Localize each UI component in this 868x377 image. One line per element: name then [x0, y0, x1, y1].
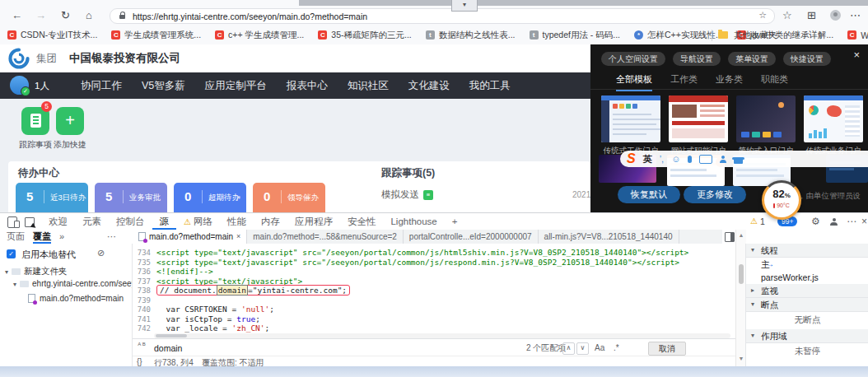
section-threads[interactable]: ▾线程 — [746, 244, 868, 258]
devtools-tab[interactable]: 控制台 — [109, 213, 152, 230]
other-favorites-button[interactable]: 其他收藏夹 — [734, 30, 777, 41]
restore-default-button[interactable]: 恢复默认 — [618, 186, 680, 203]
gutter-line-number[interactable]: 740 — [133, 305, 156, 315]
bookmark-item[interactable]: ttypedef用法 - 码码... — [530, 30, 621, 41]
nav-item-6[interactable]: 我的工具 — [465, 72, 515, 99]
settings-pill[interactable]: 个人空间设置 — [601, 52, 665, 66]
devtools-tab[interactable]: 应用程序 — [287, 213, 340, 230]
bookmark-item[interactable]: Cc++ 学生成绩管理... — [215, 30, 304, 41]
file-tab[interactable]: all-min.js?V=V8...210518_1440140 — [539, 230, 679, 244]
todo-card[interactable]: 0领导催办 — [253, 183, 325, 212]
devtools-tab[interactable]: 源 — [152, 213, 177, 230]
track-item-row[interactable]: 模拟发送 ≡ — [381, 188, 433, 201]
navigator-toggle-icon[interactable] — [725, 232, 735, 242]
todo-card[interactable]: 5近3日待办 — [16, 183, 88, 212]
home-button[interactable]: ⌂ — [86, 6, 92, 26]
search-mode-icon[interactable]: A B — [137, 342, 147, 353]
ime-language-toggle[interactable]: 英 — [643, 153, 652, 165]
devtools-tab[interactable]: Lighthouse — [383, 213, 444, 230]
clear-overrides-icon[interactable]: ⊘ — [97, 248, 105, 258]
close-icon[interactable]: × — [853, 49, 860, 60]
tree-folder-row[interactable]: ▾新建文件夹 — [5, 266, 68, 278]
skin-icon[interactable] — [734, 157, 743, 164]
punctuation-icon[interactable]: ’, — [660, 154, 665, 164]
devtools-close-icon[interactable]: × — [861, 213, 867, 230]
add-tab-button[interactable]: + — [445, 213, 465, 230]
device-toolbar-icon[interactable] — [7, 216, 17, 228]
feedback-icon[interactable] — [830, 222, 838, 226]
match-case-toggle[interactable]: Aa — [595, 339, 604, 356]
scroll-down-icon[interactable]: ▼ — [738, 356, 744, 361]
scrollbar-thumb[interactable] — [156, 334, 187, 337]
tab-dropdown[interactable]: ▾ — [451, 0, 478, 12]
template-thumb[interactable]: 传统式工作门户 — [601, 95, 660, 156]
gutter-line-number[interactable]: 734 — [133, 249, 156, 258]
shortcut-add-quick[interactable]: + — [56, 107, 84, 135]
devtools-tab[interactable]: 内存 — [254, 213, 287, 230]
nav-item-0[interactable]: 协同工作 — [77, 72, 126, 99]
file-tab[interactable]: main.do?method=main× — [133, 230, 247, 244]
panel-more-icon[interactable]: ⋯ — [107, 230, 116, 244]
performance-gauge[interactable]: 82% 90°C — [762, 180, 801, 220]
devtools-tab[interactable]: 欢迎 — [41, 213, 75, 230]
forward-button[interactable]: → — [35, 6, 46, 26]
enable-overrides-checkbox[interactable]: ✓ — [7, 249, 16, 258]
sogou-logo[interactable]: S — [627, 151, 636, 166]
scrollbar-thumb[interactable] — [739, 264, 744, 284]
nav-item-1[interactable]: V5智多薪 — [138, 72, 189, 99]
todo-card[interactable]: 0超期待办↗ — [174, 183, 246, 212]
devtools-more-icon[interactable]: ⋯ — [847, 213, 856, 230]
gutter-line-number[interactable]: 738 — [133, 286, 156, 296]
nav-item-4[interactable]: 知识社区 — [343, 72, 393, 99]
devtools-tab[interactable]: 性能 — [220, 213, 254, 230]
account-icon[interactable] — [720, 160, 726, 163]
bookmark-item[interactable]: CCSDN-专业IT技术... — [7, 30, 97, 41]
thread-worker-row[interactable]: parseWorker.js — [746, 271, 868, 284]
cancel-button[interactable]: 取消 — [648, 342, 686, 356]
nav-item-3[interactable]: 报表中心 — [282, 72, 332, 99]
settings-pill[interactable]: 导航设置 — [673, 52, 721, 66]
url-input[interactable] — [131, 11, 711, 22]
thread-main-row[interactable]: →主 — [746, 258, 868, 271]
settings-pill[interactable]: 快捷设置 — [783, 52, 831, 66]
devtools-tab[interactable]: 元素 — [75, 213, 109, 230]
browser-menu-icon[interactable]: ⋯ — [850, 6, 861, 26]
nav-item-5[interactable]: 文化建设 — [404, 72, 454, 99]
more-modify-button[interactable]: 更多修改 — [684, 186, 746, 203]
panel-tabs-more-icon[interactable]: » — [59, 230, 64, 244]
emoji-icon[interactable]: ☺ — [671, 154, 680, 164]
collections-icon[interactable]: ⊞ — [807, 6, 816, 26]
todo-card[interactable]: 5业务审批 — [95, 183, 167, 212]
previous-match-button[interactable]: ∧ — [562, 342, 575, 355]
section-breakpoints[interactable]: ▾断点 — [746, 298, 868, 312]
bookmark-item[interactable]: t数据结构之线性表... — [426, 30, 516, 41]
bookmark-item[interactable]: C学生成绩管理系统... — [111, 30, 201, 41]
format-icon[interactable]: {} — [137, 357, 142, 366]
warning-counter[interactable]: ⚠ 1 — [750, 213, 765, 230]
bookmarks-overflow-icon[interactable]: › — [702, 30, 706, 41]
profile-avatar[interactable] — [830, 10, 841, 21]
address-bar[interactable]: ☆ — [110, 8, 775, 24]
settings-pill[interactable]: 菜单设置 — [728, 52, 776, 66]
favorites-icon[interactable]: ☆ — [782, 6, 792, 26]
favorite-add-icon[interactable]: ☆ — [758, 10, 767, 21]
section-scope[interactable]: ▾作用域 — [746, 329, 868, 343]
devtools-tab[interactable]: ⚠网络 — [176, 213, 220, 230]
refresh-button[interactable]: ↻ — [61, 6, 70, 26]
devtools-tab[interactable]: 安全性 — [340, 213, 384, 230]
file-tab[interactable]: main.do?method=...58&menuSource=2 — [247, 230, 404, 244]
bookmark-item[interactable]: CWriteOutput - quit... — [847, 30, 868, 40]
scroll-up-icon[interactable]: ▲ — [738, 232, 744, 238]
search-input[interactable] — [152, 341, 510, 356]
template-thumb[interactable]: 传统式业务门户 — [804, 95, 863, 156]
tab-page[interactable]: 页面 — [7, 230, 25, 244]
tree-file-row[interactable]: main.do?method=main — [28, 292, 124, 305]
user-count[interactable]: 1人 — [35, 72, 49, 99]
user-avatar[interactable]: ✓ — [10, 76, 29, 95]
section-watch[interactable]: ▸监视 — [746, 284, 868, 298]
template-thumb[interactable]: 网站式职能门户 — [669, 95, 728, 156]
gutter-line-number[interactable]: 743 — [133, 334, 156, 335]
regex-toggle[interactable]: .* — [614, 339, 619, 356]
back-button[interactable]: ← — [12, 6, 22, 26]
gutter-line-number[interactable]: 742 — [133, 324, 156, 334]
